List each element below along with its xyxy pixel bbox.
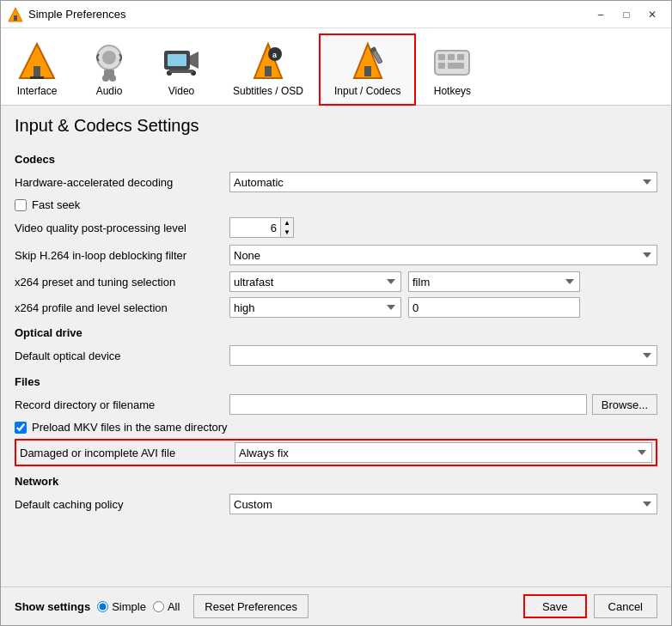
vq-level-spinbox: ▲ ▼ xyxy=(229,217,294,238)
skip-h264-row: Skip H.264 in-loop deblocking filter Non… xyxy=(15,244,657,266)
vq-level-row: Video quality post-processing level ▲ ▼ xyxy=(15,216,657,239)
vq-level-up-btn[interactable]: ▲ xyxy=(281,218,293,228)
content-area: Codecs Hardware-accelerated decoding Aut… xyxy=(1,144,671,586)
nav-item-input[interactable]: Input / Codecs xyxy=(319,33,416,106)
svg-rect-1 xyxy=(14,15,17,21)
nav-item-hotkeys[interactable]: Hotkeys xyxy=(416,33,488,106)
svg-marker-11 xyxy=(190,52,199,69)
show-settings-label: Show settings xyxy=(15,600,90,613)
simple-radio[interactable] xyxy=(97,601,108,612)
damaged-avi-label: Damaged or incomplete AVI file xyxy=(20,447,235,459)
svg-point-8 xyxy=(102,75,109,82)
x264-preset-label: x264 preset and tuning selection xyxy=(15,276,229,289)
fast-seek-row: Fast seek xyxy=(15,198,657,211)
interface-icon xyxy=(16,40,58,82)
app-icon xyxy=(8,7,23,22)
damaged-avi-row: Damaged or incomplete AVI file Always fi… xyxy=(15,439,657,466)
fast-seek-checkbox[interactable] xyxy=(15,199,27,211)
vq-level-down-btn[interactable]: ▼ xyxy=(281,228,293,237)
nav-item-subtitles[interactable]: a Subtitles / OSD xyxy=(217,33,319,106)
nav-label-input: Input / Codecs xyxy=(334,85,400,97)
page-title: Input & Codecs Settings xyxy=(1,106,671,144)
network-section-header: Network xyxy=(15,475,657,488)
vq-level-label: Video quality post-processing level xyxy=(15,222,229,234)
nav-label-video: Video xyxy=(168,85,194,97)
nav-label-audio: Audio xyxy=(96,85,123,97)
audio-icon xyxy=(89,40,130,82)
save-button[interactable]: Save xyxy=(523,594,587,618)
close-button[interactable]: ✕ xyxy=(640,6,664,23)
main-window: Simple Preferences – □ ✕ Interface xyxy=(0,0,672,626)
bottom-bar: Show settings Simple All Reset Preferenc… xyxy=(1,586,671,625)
simple-radio-label: Simple xyxy=(112,600,146,613)
svg-point-9 xyxy=(109,75,116,82)
x264-preset-select[interactable]: ultrafast xyxy=(229,271,401,292)
all-radio[interactable] xyxy=(153,601,164,612)
codecs-section-header: Codecs xyxy=(15,153,657,166)
preload-mkv-checkbox[interactable] xyxy=(15,422,27,434)
caching-policy-label: Default caching policy xyxy=(15,498,229,511)
preload-mkv-label: Preload MKV files in the same directory xyxy=(32,421,228,434)
simple-radio-item[interactable]: Simple xyxy=(97,600,146,613)
nav-label-interface: Interface xyxy=(17,85,58,97)
optical-section-header: Optical drive xyxy=(15,326,657,339)
x264-profile-select[interactable]: high xyxy=(229,297,401,318)
hotkeys-icon xyxy=(431,40,473,82)
svg-rect-4 xyxy=(30,76,44,79)
svg-rect-28 xyxy=(438,63,445,69)
svg-rect-17 xyxy=(265,66,272,76)
record-dir-label: Record directory or filename xyxy=(15,398,229,411)
damaged-avi-select[interactable]: Always fix Ask Never fix xyxy=(235,442,652,463)
svg-rect-25 xyxy=(438,54,445,60)
svg-rect-21 xyxy=(364,66,371,76)
record-dir-input[interactable] xyxy=(229,394,587,415)
svg-rect-27 xyxy=(457,54,464,60)
caching-policy-select[interactable]: Custom Lowest latency Low latency Normal… xyxy=(229,494,657,514)
cancel-button[interactable]: Cancel xyxy=(594,594,657,618)
nav-item-interface[interactable]: Interface xyxy=(1,33,73,106)
hw-decoding-row: Hardware-accelerated decoding Automatic xyxy=(15,171,657,193)
nav-item-audio[interactable]: Audio xyxy=(73,33,145,106)
maximize-button[interactable]: □ xyxy=(614,6,638,23)
minimize-button[interactable]: – xyxy=(589,6,613,23)
x264-level-input[interactable] xyxy=(408,297,580,318)
svg-rect-12 xyxy=(168,54,186,66)
hw-decoding-select[interactable]: Automatic xyxy=(229,172,657,192)
default-device-label: Default optical device xyxy=(15,349,229,362)
x264-profile-label: x264 profile and level selection xyxy=(15,301,229,314)
skip-h264-select[interactable]: None xyxy=(229,245,657,265)
nav-label-subtitles: Subtitles / OSD xyxy=(233,85,303,97)
all-radio-label: All xyxy=(168,600,180,613)
svg-rect-30 xyxy=(457,63,464,69)
svg-rect-15 xyxy=(169,70,193,73)
files-section-header: Files xyxy=(15,375,657,388)
svg-rect-26 xyxy=(448,54,455,60)
nav-item-video[interactable]: Video xyxy=(145,33,217,106)
fast-seek-label: Fast seek xyxy=(32,198,80,211)
skip-h264-label: Skip H.264 in-loop deblocking filter xyxy=(15,249,229,262)
svg-rect-3 xyxy=(34,66,40,76)
svg-point-6 xyxy=(102,51,116,64)
input-icon xyxy=(347,40,388,82)
default-device-row: Default optical device xyxy=(15,344,657,367)
title-bar: Simple Preferences – □ ✕ xyxy=(1,1,671,28)
nav-label-hotkeys: Hotkeys xyxy=(434,85,471,97)
caching-policy-row: Default caching policy Custom Lowest lat… xyxy=(15,493,657,515)
hw-decoding-label: Hardware-accelerated decoding xyxy=(15,176,229,189)
subtitles-icon: a xyxy=(247,40,289,82)
nav-bar: Interface Audio xyxy=(1,28,671,106)
vq-level-input[interactable] xyxy=(229,217,281,238)
browse-button[interactable]: Browse... xyxy=(592,394,657,415)
x264-tuning-select[interactable]: film xyxy=(408,271,580,292)
reset-preferences-button[interactable]: Reset Preferences xyxy=(193,594,309,618)
all-radio-item[interactable]: All xyxy=(153,600,180,613)
title-bar-text: Simple Preferences xyxy=(28,8,589,21)
x264-preset-row: x264 preset and tuning selection ultrafa… xyxy=(15,271,657,292)
video-icon xyxy=(161,40,202,82)
radio-group: Simple All xyxy=(97,600,180,613)
vq-level-spinbox-btns: ▲ ▼ xyxy=(281,217,294,238)
default-device-select[interactable] xyxy=(229,345,657,366)
record-dir-row: Record directory or filename Browse... xyxy=(15,393,657,416)
preload-mkv-row: Preload MKV files in the same directory xyxy=(15,421,657,434)
title-bar-buttons: – □ ✕ xyxy=(589,6,664,23)
